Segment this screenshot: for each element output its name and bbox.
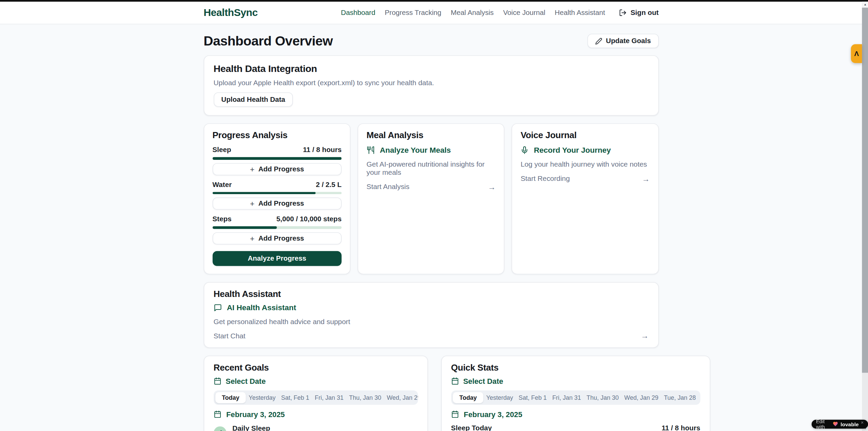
site-header: HealthSync Dashboard Progress Tracking M… (0, 2, 862, 24)
update-goals-label: Update Goals (606, 37, 651, 45)
analyze-your-meals-link[interactable]: Analyze Your Meals (367, 146, 496, 154)
health-assistant-card: Health Assistant AI Health Assistant Get… (203, 282, 659, 348)
log-out-icon (619, 9, 627, 17)
voice-journal-card: Voice Journal Record Your Journey Log yo… (512, 123, 658, 274)
sleep-progress-bar (212, 157, 341, 160)
add-steps-progress-button[interactable]: + Add Progress (212, 232, 341, 244)
pencil-icon (595, 37, 602, 44)
arrow-right-icon: → (641, 332, 649, 340)
tab-fri-jan-31[interactable]: Fri, Jan 31 (312, 392, 346, 403)
tab-sat-feb-1[interactable]: Sat, Feb 1 (516, 392, 549, 403)
sleep-progress-fill (212, 157, 341, 160)
start-recording-action[interactable]: Start Recording → (520, 174, 650, 182)
recent-goals-title: Recent Goals (214, 362, 418, 372)
plus-icon: + (250, 200, 254, 207)
meal-analysis-card: Meal Analysis Analyze Your Meals Get AI-… (358, 123, 504, 274)
page-title: Dashboard Overview (203, 33, 333, 49)
microphone-icon (520, 146, 529, 154)
add-water-progress-button[interactable]: + Add Progress (212, 198, 341, 210)
nav-meal-analysis[interactable]: Meal Analysis (451, 9, 494, 17)
tab-sat-feb-1[interactable]: Sat, Feb 1 (278, 392, 312, 403)
add-progress-label: Add Progress (258, 234, 304, 242)
tab-thu-jan-30[interactable]: Thu, Jan 30 (346, 392, 384, 403)
record-your-journey-link[interactable]: Record Your Journey (520, 146, 650, 154)
health-data-integration-card: Health Data Integration Upload your Appl… (203, 55, 659, 116)
calendar-icon (214, 410, 222, 418)
integration-description: Upload your Apple Health export (export.… (214, 78, 649, 87)
goal-list-item: ✓ Daily Sleep 11 / 8 hours (214, 424, 418, 431)
recent-goals-selected-date[interactable]: February 3, 2025 (214, 410, 418, 418)
tab-wed-jan-29[interactable]: Wed, Jan 29 (384, 392, 418, 403)
integration-title: Health Data Integration (214, 63, 649, 75)
tab-thu-jan-30[interactable]: Thu, Jan 30 (584, 392, 621, 403)
scrollbar-thumb[interactable] (862, 8, 868, 373)
tab-today[interactable]: Today (453, 392, 484, 403)
select-date-label: Select Date (463, 377, 503, 385)
select-date-label: Select Date (226, 377, 266, 385)
start-analysis-label: Start Analysis (367, 183, 409, 191)
metric-steps-label: Steps (212, 215, 231, 223)
badge-brand: lovable (840, 421, 858, 427)
tab-yesterday[interactable]: Yesterday (246, 392, 278, 403)
health-assistant-title: Health Assistant (214, 289, 649, 299)
tab-fri-jan-31[interactable]: Fri, Jan 31 (549, 392, 584, 403)
record-your-journey-label: Record Your Journey (534, 146, 611, 154)
ai-health-assistant-link[interactable]: AI Health Assistant (214, 303, 649, 312)
main-nav: Dashboard Progress Tracking Meal Analysi… (341, 9, 659, 17)
tab-today[interactable]: Today (215, 392, 246, 403)
metric-steps-value: 5,000 / 10,000 steps (277, 215, 342, 223)
badge-prefix: Edit with (816, 419, 831, 430)
start-chat-action[interactable]: Start Chat → (214, 332, 649, 340)
analyze-progress-button[interactable]: Analyze Progress (212, 251, 341, 266)
app-viewport: HealthSync Dashboard Progress Tracking M… (0, 2, 862, 431)
nav-health-assistant[interactable]: Health Assistant (555, 9, 605, 17)
quick-stats-title: Quick Stats (451, 362, 701, 372)
tab-yesterday[interactable]: Yesterday (483, 392, 516, 403)
sign-out-button[interactable]: Sign out (619, 9, 659, 17)
analyze-your-meals-label: Analyze Your Meals (380, 146, 451, 154)
scroll-up-arrow[interactable]: ▲ (862, 2, 868, 7)
selected-date-label: February 3, 2025 (226, 410, 285, 418)
add-progress-label: Add Progress (258, 200, 304, 207)
voice-journal-title: Voice Journal (520, 131, 650, 140)
check-icon: ✓ (214, 426, 226, 431)
tab-wed-jan-29[interactable]: Wed, Jan 29 (621, 392, 661, 403)
lovable-editor-tab[interactable]: Λ (851, 44, 862, 63)
recent-goals-select-date[interactable]: Select Date (214, 377, 418, 385)
quick-stats-date-tabs: Today Yesterday Sat, Feb 1 Fri, Jan 31 T… (451, 390, 701, 405)
meal-analysis-description: Get AI-powered nutritional insights for … (367, 160, 496, 176)
upload-health-data-button[interactable]: Upload Health Data (214, 92, 293, 107)
recent-goals-date-tabs: Today Yesterday Sat, Feb 1 Fri, Jan 31 T… (214, 390, 418, 405)
nav-dashboard[interactable]: Dashboard (341, 9, 375, 17)
brand-logo[interactable]: HealthSync (203, 7, 258, 19)
add-sleep-progress-button[interactable]: + Add Progress (212, 163, 341, 175)
quick-stats-card: Quick Stats Select Date Today Yesterday … (441, 355, 710, 431)
water-progress-bar (212, 192, 341, 194)
start-analysis-action[interactable]: Start Analysis → (367, 183, 496, 191)
calendar-icon (451, 410, 459, 418)
metric-water-value: 2 / 2.5 L (316, 181, 342, 189)
vertical-scrollbar[interactable]: ▲ ▼ (862, 2, 868, 431)
metric-sleep-value: 11 / 8 hours (303, 146, 342, 154)
quick-stats-select-date[interactable]: Select Date (451, 377, 701, 385)
sleep-today-label: Sleep Today (451, 424, 492, 431)
steps-progress-bar (212, 226, 341, 229)
tab-tue-jan-28[interactable]: Tue, Jan 28 (661, 392, 698, 403)
plus-icon: + (250, 165, 254, 173)
edit-with-lovable-badge[interactable]: Edit with lovable × (812, 420, 868, 429)
nav-voice-journal[interactable]: Voice Journal (503, 9, 545, 17)
window-top-bar (0, 0, 868, 2)
add-progress-label: Add Progress (258, 165, 304, 173)
steps-progress-fill (212, 226, 277, 229)
selected-date-label: February 3, 2025 (464, 410, 522, 418)
quick-stats-selected-date[interactable]: February 3, 2025 (451, 410, 701, 418)
recent-goals-card: Recent Goals Select Date Today Yesterday… (203, 355, 428, 431)
voice-journal-description: Log your health journey with voice notes (520, 160, 650, 168)
update-goals-button[interactable]: Update Goals (587, 34, 659, 48)
main-content: Dashboard Overview Update Goals Health D… (0, 24, 862, 431)
utensils-icon (367, 146, 375, 154)
badge-close-icon[interactable]: × (861, 420, 864, 425)
nav-progress-tracking[interactable]: Progress Tracking (385, 9, 441, 17)
goal-name: Daily Sleep (232, 424, 270, 431)
metric-sleep-label: Sleep (212, 146, 231, 154)
